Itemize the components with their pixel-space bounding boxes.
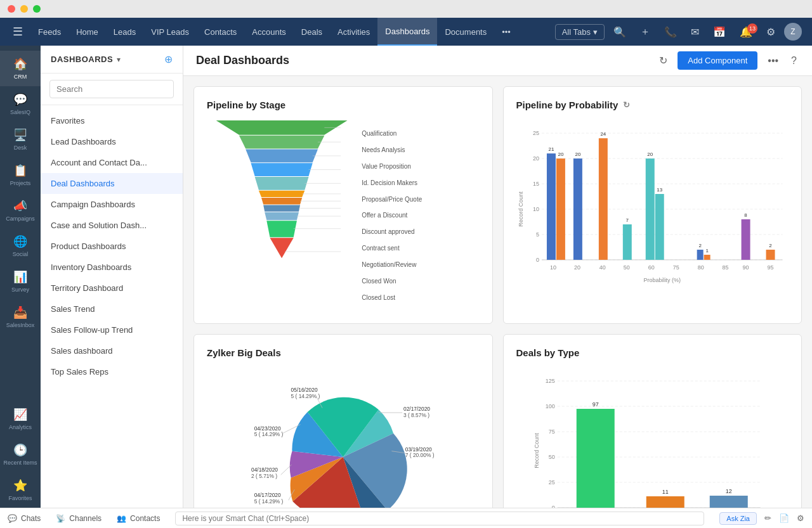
more-options-icon[interactable]: ••• [765,53,781,69]
contacts-icon: 👥 [117,514,126,523]
svg-text:15: 15 [532,181,539,187]
sidebar-item-case-solution[interactable]: Case and Solution Dash... [41,215,183,236]
sidebar-item-product-dashboards[interactable]: Product Dashboards [41,236,183,257]
social-icon: 🌐 [13,235,27,248]
refresh-icon[interactable]: ↻ [657,52,670,69]
sidebar-item-sales-trend[interactable]: Sales Trend [41,299,183,319]
sidebar-item-salesiq[interactable]: 💬 SalesIQ [0,86,41,122]
funnel-label-5: Offer a Discount [362,212,479,219]
topnav-vip-leads[interactable]: VIP Leads [143,18,197,46]
notifications-btn[interactable]: 🔔 13 [735,23,757,41]
svg-marker-2 [246,150,318,163]
sidebar-item-sales-dashboard[interactable]: Sales dashboard [41,340,183,361]
svg-text:11: 11 [662,489,668,495]
svg-text:90: 90 [742,264,749,271]
phone-icon-btn[interactable]: 📞 [659,23,682,41]
zylker-big-deals-card: Zylker Big Deals [193,334,493,508]
funnel-labels: Qualification Needs Analysis Value Propo… [362,120,479,311]
svg-rect-54 [741,219,750,260]
sidebar-item-survey[interactable]: 📊 Survey [0,264,41,299]
sidebar-item-recent[interactable]: 🕒 Recent Items [0,437,41,472]
svg-text:125: 125 [545,378,554,384]
desk-icon: 🖥️ [13,128,27,142]
user-avatar[interactable]: Z [784,23,802,41]
calendar-icon-btn[interactable]: 📅 [708,23,731,41]
contacts-button[interactable]: 👥 Contacts [117,514,160,523]
sidebar-item-inventory-dashboards[interactable]: Inventory Dashboards [41,257,183,278]
settings-icon-btn[interactable]: ⚙ [761,23,780,41]
search-icon-btn[interactable]: 🔍 [608,23,631,41]
sidebar-item-campaign-dashboards[interactable]: Campaign Dashboards [41,194,183,215]
sidebar-item-crm[interactable]: 🏠 CRM [0,51,41,86]
all-tabs-button[interactable]: All Tabs ▾ [555,24,605,40]
sidebar-item-favorites[interactable]: Favorites [41,110,183,131]
topnav-dashboards[interactable]: Dashboards [377,18,437,46]
svg-text:5 ( 14.29% ): 5 ( 14.29% ) [254,498,284,505]
add-component-button[interactable]: Add Component [678,51,757,70]
topnav-home[interactable]: Home [69,18,106,46]
svg-text:2: 2 [698,243,702,248]
ask-zia-button[interactable]: Ask Zia [719,512,757,525]
maximize-btn[interactable] [33,5,41,13]
page-title: Deal Dashboards [196,54,649,67]
email-icon-btn[interactable]: ✉ [686,23,704,41]
add-icon-btn[interactable]: ＋ [635,23,655,41]
chats-button[interactable]: 💬 Chats [8,514,41,523]
sidebar-chevron-icon[interactable]: ▾ [117,55,121,64]
pipeline-probability-card: Pipeline by Probability ↻ Record Count [503,86,802,324]
funnel-label-6: Discount approved [362,228,479,235]
svg-rect-111 [709,496,747,508]
hamburger-icon[interactable]: ☰ [5,25,30,39]
topnav-deals[interactable]: Deals [294,18,330,46]
svg-marker-8 [265,212,299,220]
bottom-icon-3[interactable]: ⚙ [797,513,804,523]
bottom-icon-1[interactable]: ✏ [764,513,771,523]
sidebar-item-social[interactable]: 🌐 Social [0,228,41,264]
svg-text:21: 21 [548,146,554,152]
funnel-label-1: Needs Analysis [362,146,479,153]
svg-text:5 ( 14.29% ): 5 ( 14.29% ) [291,393,320,399]
topnav-contacts[interactable]: Contacts [197,18,244,46]
sidebar-item-campaigns[interactable]: 📣 Campaigns [0,193,41,228]
topnav-documents[interactable]: Documents [437,18,494,46]
sidebar-item-salesinbox[interactable]: 📥 SalesInbox [0,299,41,335]
recent-icon: 🕒 [13,443,27,457]
salesinbox-icon: 📥 [13,306,27,319]
svg-text:Probability (%): Probability (%) [643,277,680,283]
sidebar-item-desk[interactable]: 🖥️ Desk [0,122,41,157]
topnav-more[interactable]: ••• [494,18,518,46]
svg-text:Record Count: Record Count [533,433,539,468]
topnav-feeds[interactable]: Feeds [30,18,69,46]
minimize-btn[interactable] [20,5,28,13]
smartchat-input[interactable] [175,512,704,525]
sidebar-item-lead-dashboards[interactable]: Lead Dashboards [41,131,183,152]
sidebar-item-sales-followup[interactable]: Sales Follow-up Trend [41,319,183,340]
svg-text:10: 10 [549,264,556,271]
funnel-label-9: Closed Won [362,278,479,285]
sidebar-search-input[interactable] [49,80,174,98]
svg-text:25: 25 [532,130,539,136]
svg-rect-52 [704,255,710,260]
deals-type-chart-svg: Record Count 0 25 50 75 100 [516,375,789,508]
sidebar-item-projects[interactable]: 📋 Projects [0,157,41,193]
sidebar-item-analytics[interactable]: 📈 Analytics [0,401,41,437]
sidebar-item-favorites[interactable]: ⭐ Favorites [0,472,41,508]
topnav-leads[interactable]: Leads [106,18,143,46]
close-btn[interactable] [8,5,15,13]
funnel-label-0: Qualification [362,130,479,137]
probability-refresh-icon[interactable]: ↻ [623,100,630,110]
topnav-activities[interactable]: Activities [330,18,377,46]
svg-text:12: 12 [725,488,731,494]
channels-button[interactable]: 📡 Channels [56,514,102,523]
deals-by-type-title: Deals by Type [516,347,789,358]
topnav-right: All Tabs ▾ 🔍 ＋ 📞 ✉ 📅 🔔 13 ⚙ Z [555,23,807,41]
sidebar-add-icon[interactable]: ⊕ [164,53,173,65]
sidebar-item-account-contact[interactable]: Account and Contact Da... [41,152,183,173]
help-icon[interactable]: ? [789,53,799,69]
bottom-icon-2[interactable]: 📄 [779,513,789,523]
sidebar-item-deal-dashboards[interactable]: Deal Dashboards [41,173,183,194]
sidebar-item-territory-dashboard[interactable]: Territory Dashboard [41,278,183,299]
topnav-accounts[interactable]: Accounts [244,18,293,46]
sidebar-item-top-sales-reps[interactable]: Top Sales Reps [41,361,183,382]
survey-icon: 📊 [13,270,27,284]
